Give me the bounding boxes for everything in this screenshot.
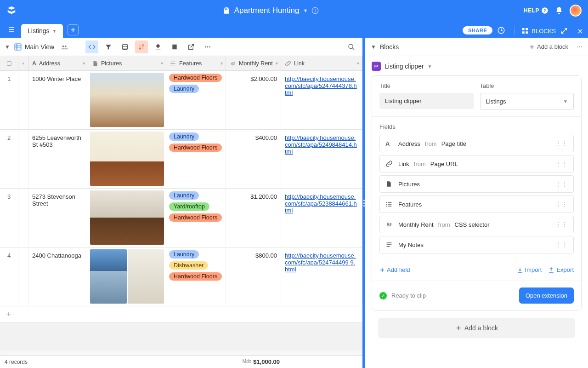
thumbnail[interactable]	[128, 249, 164, 304]
base-title[interactable]: Apartment Hunting	[234, 6, 300, 15]
svg-point-13	[207, 46, 209, 47]
drag-handle-icon[interactable]: ⋮⋮	[555, 160, 568, 167]
cell-features[interactable]: LaundryYard/rooftopHardwood Floors	[166, 189, 226, 247]
search-icon[interactable]	[345, 40, 358, 53]
chevron-down-icon: ▼	[428, 64, 432, 69]
sort-icon[interactable]	[135, 40, 148, 53]
block-selector[interactable]: ✂ Listing clipper ▼	[372, 62, 582, 71]
column-link[interactable]: Link▾	[281, 56, 362, 70]
cell-pictures[interactable]	[88, 189, 166, 247]
import-button[interactable]: Import	[517, 266, 542, 273]
add-block-big-button[interactable]: Add a block	[378, 318, 575, 338]
help-button[interactable]: HELP ?	[524, 7, 548, 14]
cell-link[interactable]: http://baecity.housemouse.com/sfc/apa/52…	[281, 247, 362, 306]
notifications-icon[interactable]	[555, 6, 563, 15]
summary-label[interactable]: Mdn	[243, 359, 251, 364]
field-row[interactable]: My Notes ⋮⋮	[379, 236, 574, 253]
group-icon[interactable]	[119, 40, 131, 53]
add-table-button[interactable]	[68, 24, 79, 35]
cell-features[interactable]: LaundryHardwood Floors	[166, 130, 226, 188]
cell-address[interactable]: 5273 Stevenson Street	[28, 189, 88, 247]
view-switcher[interactable]: Main View	[14, 43, 54, 51]
close-blocks-icon[interactable]	[577, 28, 583, 34]
drag-handle-icon[interactable]: ⋮⋮	[555, 201, 568, 208]
info-icon[interactable]	[311, 7, 319, 14]
table-row[interactable]: 1 1000 Winter Place Hardwood FloorsLaund…	[0, 71, 362, 130]
code-icon[interactable]	[85, 40, 98, 53]
blocks-caret[interactable]: ▼	[371, 44, 376, 50]
cell-rent[interactable]: $400.00	[226, 130, 281, 188]
base-icon	[222, 6, 231, 15]
more-icon[interactable]	[201, 40, 214, 53]
user-avatar[interactable]	[570, 5, 582, 17]
thumbnail[interactable]	[90, 190, 164, 245]
export-button[interactable]: Export	[548, 266, 574, 273]
open-extension-button[interactable]: Open extension	[519, 288, 574, 304]
add-field-button[interactable]: Add field	[379, 266, 410, 273]
cell-address[interactable]: 6255 Leavenworth St #503	[28, 130, 88, 188]
pane-resize-handle[interactable]	[362, 194, 365, 212]
cell-link[interactable]: http://baecity.housemouse.com/sfc/apa/52…	[281, 71, 362, 129]
record-count: 4 records	[5, 359, 28, 365]
cell-rent[interactable]: $1,200.00	[226, 189, 281, 247]
field-type-icon: A	[385, 140, 394, 147]
block-title-input[interactable]: Listing clipper	[379, 93, 474, 109]
color-icon[interactable]	[152, 40, 164, 53]
cell-features[interactable]: LaundryDishwasherHardwood Floors	[166, 247, 226, 306]
add-block-button[interactable]: Add a block	[529, 43, 568, 50]
cell-features[interactable]: Hardwood FloorsLaundry	[166, 71, 226, 129]
field-row[interactable]: A Address fromPage title ⋮⋮	[379, 135, 574, 152]
view-menu-caret[interactable]: ▼	[5, 44, 10, 50]
cell-rent[interactable]: $2,000.00	[226, 71, 281, 129]
summary-value: $1,000.00	[253, 358, 280, 365]
thumbnail[interactable]	[90, 73, 164, 127]
cell-pictures[interactable]	[88, 130, 166, 188]
expand-icon[interactable]	[560, 27, 568, 34]
share-view-icon[interactable]	[58, 40, 71, 53]
cell-rent[interactable]: $800.00	[226, 247, 281, 306]
field-row[interactable]: Features ⋮⋮	[379, 196, 574, 213]
menu-icon[interactable]	[5, 23, 18, 36]
field-row[interactable]: Link fromPage URL ⋮⋮	[379, 155, 574, 172]
select-all-checkbox[interactable]	[0, 56, 18, 70]
thumbnail[interactable]	[90, 249, 127, 304]
lock-icon	[18, 56, 28, 70]
drag-handle-icon[interactable]: ⋮⋮	[555, 180, 568, 188]
cell-link[interactable]: http://baecity.housemouse.com/sfc/apa/52…	[281, 189, 362, 247]
table-row[interactable]: 2 6255 Leavenworth St #503 LaundryHardwo…	[0, 130, 362, 189]
column-address[interactable]: AAddress▾	[28, 56, 88, 70]
field-row[interactable]: $ Monthly Rent fromCSS selector ⋮⋮	[379, 216, 574, 233]
history-icon[interactable]	[497, 26, 505, 34]
status-text: Ready to clip	[391, 292, 514, 299]
row-height-icon[interactable]	[168, 40, 181, 53]
add-row-button[interactable]: +	[0, 306, 362, 323]
tab-listings[interactable]: Listings ▼	[21, 24, 63, 38]
cell-address[interactable]: 1000 Winter Place	[28, 71, 88, 129]
thumbnail[interactable]	[90, 132, 164, 186]
block-table-select[interactable]: Listings ▼	[480, 93, 574, 110]
column-rent[interactable]: $Monthly Rent▾	[226, 56, 281, 70]
share-button[interactable]: SHARE	[463, 26, 492, 34]
drag-handle-icon[interactable]: ⋮⋮	[555, 221, 568, 228]
feature-tag: Laundry	[169, 191, 199, 200]
drag-handle-icon[interactable]: ⋮⋮	[555, 241, 568, 248]
cell-link[interactable]: http://baecity.housemouse.com/sfc/apa/52…	[281, 130, 362, 188]
blocks-tab[interactable]: BLOCKS	[514, 27, 556, 34]
cell-address[interactable]: 2400 Chattanooga	[28, 247, 88, 306]
share-external-icon[interactable]	[185, 40, 198, 53]
column-pictures[interactable]: Pictures▾	[88, 56, 166, 70]
grid-pane: ▼ Main View AAddress	[0, 38, 365, 368]
cell-pictures[interactable]	[88, 71, 166, 129]
title-caret-icon[interactable]: ▼	[303, 8, 308, 13]
filter-icon[interactable]	[102, 40, 115, 53]
svg-rect-10	[123, 44, 128, 49]
field-row[interactable]: Pictures ⋮⋮	[379, 175, 574, 193]
cell-pictures[interactable]	[88, 247, 166, 306]
app-logo[interactable]	[6, 5, 17, 16]
table-row[interactable]: 3 5273 Stevenson Street LaundryYard/roof…	[0, 189, 362, 247]
column-features[interactable]: Features▾	[166, 56, 226, 70]
drag-handle-icon[interactable]: ⋮⋮	[555, 140, 568, 147]
table-row[interactable]: 4 2400 Chattanooga LaundryDishwasherHard…	[0, 247, 362, 306]
blocks-more-icon[interactable]: ⋯	[577, 43, 582, 50]
feature-tag: Yard/rooftop	[169, 202, 209, 211]
